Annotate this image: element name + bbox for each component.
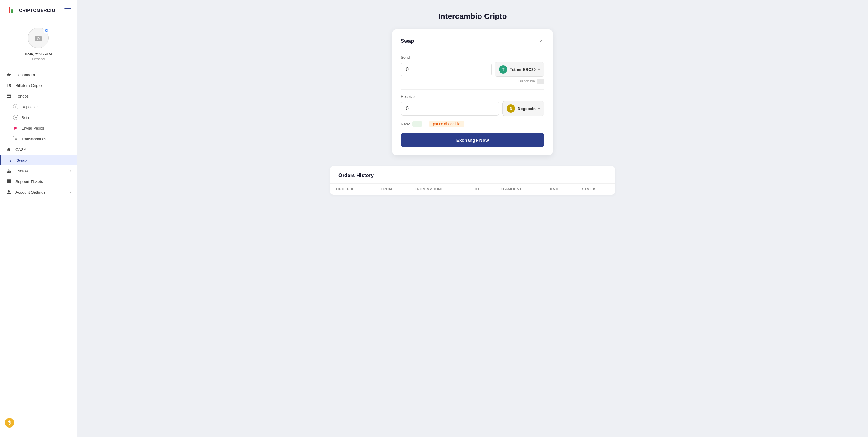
receive-section: Receive D Dogecoin ▾: [401, 94, 545, 116]
sidebar-item-casa[interactable]: CASA: [0, 144, 77, 155]
swap-card-title: Swap: [401, 38, 414, 44]
enviar-label: Enviar Pesos: [21, 126, 44, 130]
svg-point-1: [9, 85, 10, 86]
receive-token-selector[interactable]: D Dogecoin ▾: [502, 101, 545, 116]
close-button[interactable]: ×: [537, 38, 545, 45]
sidebar-item-transacciones[interactable]: Transacciones: [0, 133, 77, 144]
orders-section: Orders History ORDER ID FROM FROM AMOUNT…: [330, 166, 615, 195]
fondos-label: Fondos: [16, 94, 71, 98]
brand-name: CRIPTOMERCIO: [19, 8, 55, 13]
receive-amount-input[interactable]: [401, 102, 499, 115]
send-input-row: T Tether ERC20 ▾: [401, 62, 545, 77]
gear-icon: [44, 29, 49, 33]
swap-label: Swap: [16, 158, 71, 163]
username-text: 25366474: [35, 52, 52, 56]
page-title: Intercambio Cripto: [438, 12, 507, 21]
swap-icon: [7, 158, 13, 163]
sidebar-item-dashboard[interactable]: Dashboard: [0, 69, 77, 80]
camera-icon: [34, 34, 42, 41]
gear-badge: [43, 28, 49, 34]
sidebar-item-account[interactable]: Account Settings ›: [0, 187, 77, 197]
rate-value: —: [412, 121, 422, 127]
sidebar-item-escrow[interactable]: Escrow ›: [0, 165, 77, 176]
col-date: DATE: [544, 183, 576, 195]
plus-circle-icon: +: [13, 104, 19, 109]
col-from: FROM: [375, 183, 409, 195]
coin-icon: ₿: [5, 418, 14, 428]
main-content: Intercambio Cripto Swap × Send T Tether …: [77, 0, 868, 437]
send-token-chevron-icon: ▾: [538, 68, 540, 71]
receive-label: Receive: [401, 94, 545, 99]
sidebar-item-fondos[interactable]: Fondos: [0, 91, 77, 101]
hamburger-line-3: [64, 11, 71, 12]
receive-token-chevron-icon: ▾: [538, 107, 540, 110]
col-to-amount: TO AMOUNT: [493, 183, 544, 195]
sidebar-item-depositar[interactable]: + Depositar: [0, 101, 77, 112]
home-icon: [6, 72, 12, 77]
sidebar-item-support[interactable]: Support Tickets: [0, 176, 77, 187]
card-icon: [6, 94, 12, 98]
support-label: Support Tickets: [16, 179, 71, 184]
orders-header: Orders History: [330, 166, 615, 183]
retirar-label: Retirar: [21, 115, 33, 120]
col-status: STATUS: [576, 183, 615, 195]
receive-token-label: Dogecoin: [517, 106, 536, 111]
avatar-wrapper[interactable]: [28, 28, 49, 49]
available-row: Disponible ...: [401, 78, 545, 84]
sidebar-item-billetera[interactable]: Billetera Cripto: [0, 80, 77, 91]
depositar-label: Depositar: [21, 105, 38, 109]
sidebar: CRIPTOMERCIO Hola, 25366474 Persona: [0, 0, 77, 437]
sidebar-item-enviar[interactable]: Enviar Pesos: [0, 123, 77, 133]
swap-card: Swap × Send T Tether ERC20 ▾ Disponible …: [393, 29, 553, 155]
wallet-icon: [6, 83, 12, 88]
casa-icon: [6, 147, 12, 152]
send-token-selector[interactable]: T Tether ERC20 ▾: [495, 62, 545, 77]
account-chevron-icon: ›: [70, 190, 71, 194]
send-label: Send: [401, 55, 545, 60]
receive-input-row: D Dogecoin ▾: [401, 101, 545, 116]
hamburger-line-2: [64, 10, 71, 11]
col-from-amount: FROM AMOUNT: [408, 183, 468, 195]
send-section: Send T Tether ERC20 ▾ Disponible ...: [401, 55, 545, 84]
dashboard-label: Dashboard: [16, 73, 71, 77]
logo-icon: [6, 5, 16, 15]
hamburger-menu[interactable]: [64, 8, 71, 12]
send-arrow-icon: [13, 125, 19, 131]
rate-label: Rate:: [401, 122, 410, 126]
escrow-label: Escrow: [16, 169, 66, 173]
rate-row: Rate: — = par no disponible: [401, 121, 545, 127]
hamburger-line-1: [64, 8, 71, 9]
sidebar-item-retirar[interactable]: − Retirar: [0, 112, 77, 123]
col-order-id: ORDER ID: [330, 183, 375, 195]
exchange-now-button[interactable]: Exchange Now: [401, 133, 545, 147]
swap-divider: [401, 89, 545, 90]
col-to: TO: [468, 183, 493, 195]
logo-bar-green: [11, 9, 13, 13]
escrow-icon: [6, 168, 12, 173]
tether-icon: T: [499, 65, 507, 73]
send-amount-input[interactable]: [401, 63, 492, 76]
orders-table-head: ORDER ID FROM FROM AMOUNT TO TO AMOUNT D…: [330, 183, 615, 195]
billetera-label: Billetera Cripto: [16, 83, 71, 88]
account-icon: [6, 190, 12, 195]
orders-table-header-row: ORDER ID FROM FROM AMOUNT TO TO AMOUNT D…: [330, 183, 615, 195]
greeting-text: Hola,: [25, 52, 35, 56]
sidebar-header: CRIPTOMERCIO: [0, 0, 77, 21]
main-content-area: Intercambio Cripto Swap × Send T Tether …: [77, 0, 868, 437]
transacciones-label: Transacciones: [21, 137, 46, 141]
minus-circle-icon: −: [13, 115, 19, 120]
sidebar-footer: ₿: [0, 411, 77, 437]
orders-table: ORDER ID FROM FROM AMOUNT TO TO AMOUNT D…: [330, 183, 615, 195]
account-label: Account Settings: [16, 190, 66, 195]
sidebar-nav: Dashboard Billetera Cripto Fondos + Depo…: [0, 66, 77, 411]
profile-type: Personal: [32, 57, 45, 61]
svg-point-0: [37, 38, 39, 40]
casa-label: CASA: [16, 147, 71, 152]
profile-greeting: Hola, 25366474: [25, 52, 52, 56]
rate-equals: =: [424, 122, 427, 126]
sidebar-item-swap[interactable]: Swap: [0, 155, 77, 165]
orders-title: Orders History: [339, 173, 374, 178]
logo-bar-red: [9, 7, 10, 13]
available-value[interactable]: ...: [537, 78, 545, 84]
send-token-label: Tether ERC20: [509, 67, 536, 72]
